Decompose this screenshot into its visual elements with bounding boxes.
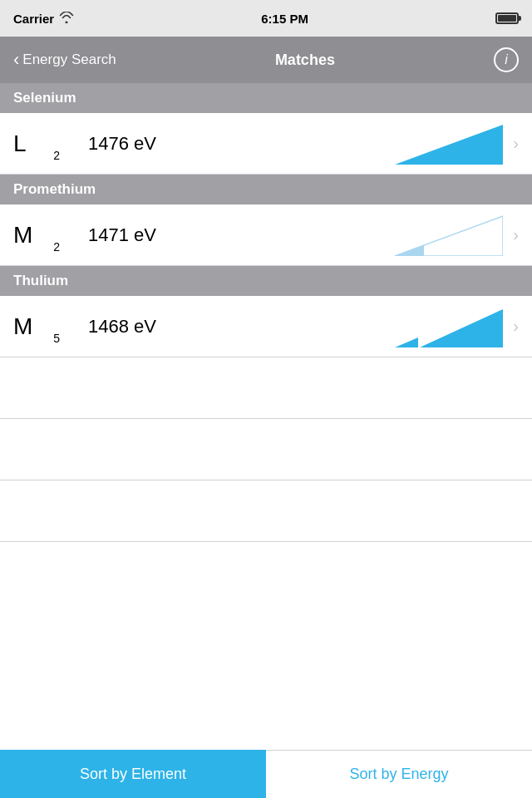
table-row[interactable]: M 5 1468 eV ›	[0, 296, 532, 357]
svg-marker-0	[395, 125, 503, 165]
battery-icon	[495, 12, 519, 24]
bottom-tabs: Sort by Element Sort by Energy	[0, 750, 532, 798]
status-bar: Carrier 6:15 PM	[0, 0, 532, 37]
chevron-icon: ›	[513, 134, 519, 153]
chevron-icon: ›	[513, 225, 519, 244]
wifi-icon	[59, 12, 74, 26]
nav-bar: ‹ Energy Search Matches i	[0, 37, 532, 83]
info-button[interactable]: i	[494, 47, 519, 72]
row-label: M 5	[13, 313, 63, 340]
back-label: Energy Search	[22, 52, 116, 68]
sort-by-energy-tab[interactable]: Sort by Energy	[266, 750, 532, 798]
section-header-selenium: Selenium	[0, 83, 532, 113]
row-energy: 1471 eV	[63, 224, 387, 246]
row-label: L 2	[13, 131, 63, 157]
row-chart-promethium	[387, 214, 503, 256]
row-energy: 1468 eV	[63, 316, 387, 337]
back-button[interactable]: ‹ Energy Search	[13, 51, 116, 69]
nav-title: Matches	[275, 52, 335, 69]
empty-row	[0, 357, 532, 419]
section-header-thulium: Thulium	[0, 266, 532, 296]
svg-marker-4	[395, 337, 418, 347]
back-arrow-icon: ‹	[13, 51, 19, 69]
sort-by-element-tab[interactable]: Sort by Element	[0, 750, 266, 798]
status-carrier-wifi: Carrier	[13, 12, 74, 26]
row-energy: 1476 eV	[63, 133, 387, 155]
empty-row	[0, 419, 532, 480]
carrier-label: Carrier	[13, 12, 54, 26]
content-area: Selenium L 2 1476 eV › Promethium M 2 14…	[0, 83, 532, 750]
info-icon: i	[505, 52, 508, 67]
row-chart-selenium	[387, 123, 503, 165]
section-header-promethium: Promethium	[0, 175, 532, 204]
svg-marker-3	[420, 309, 503, 347]
table-row[interactable]: M 2 1471 eV ›	[0, 204, 532, 266]
row-chart-thulium	[387, 306, 503, 347]
chevron-icon: ›	[513, 317, 519, 336]
nav-title-area: Matches	[275, 52, 335, 69]
row-label: M 2	[13, 222, 63, 249]
table-row[interactable]: L 2 1476 eV ›	[0, 113, 532, 175]
empty-row	[0, 480, 532, 542]
time-label: 6:15 PM	[261, 12, 308, 26]
